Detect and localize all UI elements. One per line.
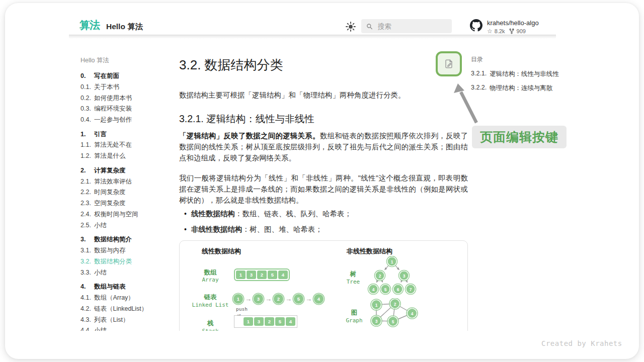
- sidebar-item[interactable]: 4.4.小结: [80, 327, 171, 331]
- sidebar-item[interactable]: 4.3.列表（List）: [80, 317, 171, 324]
- sidebar-item[interactable]: 0.2.如何使用本书: [80, 95, 171, 102]
- array-cell: 5: [268, 270, 277, 279]
- sidebar-item-number: 2.1.: [80, 178, 94, 186]
- graph-diagram: 12345: [363, 298, 419, 329]
- sidebar-item[interactable]: 1.2.算法是什么: [80, 153, 171, 160]
- sidebar-item-number: 3.1.: [80, 247, 94, 254]
- sidebar-item[interactable]: 0.4.一起参与创作: [80, 117, 171, 124]
- toc-item-number: 3.2.1.: [471, 70, 487, 78]
- search-input[interactable]: [377, 22, 447, 31]
- site-title: Hello 算法: [106, 22, 143, 32]
- sidebar-item[interactable]: 4.数组与链表: [80, 284, 171, 291]
- bullet-dot: •: [184, 225, 187, 234]
- sidebar-item[interactable]: 4.1.数组（Array）: [80, 295, 171, 302]
- sidebar-item-label: 数据与内存: [94, 247, 126, 254]
- sidebar-item[interactable]: 2.计算复杂度: [80, 167, 171, 174]
- list-node: 5: [293, 294, 304, 304]
- toc-item-label: 物理结构：连续与离散: [490, 84, 552, 93]
- section-heading: 3.2.1. 逻辑结构：线性与非线性: [179, 112, 314, 126]
- sidebar-item[interactable]: 2.4.权衡时间与空间: [80, 211, 171, 218]
- svg-text:1: 1: [391, 259, 393, 264]
- sidebar-title: Hello 算法: [80, 56, 171, 65]
- toc-item[interactable]: 3.2.1.逻辑结构：线性与非线性: [471, 70, 559, 78]
- list-node: 2: [273, 294, 284, 304]
- svg-text:2: 2: [379, 274, 381, 279]
- toc-item[interactable]: 3.2.2.物理结构：连续与离散: [471, 84, 559, 93]
- sidebar-item-number: 2.3.: [80, 200, 94, 207]
- sidebar-item[interactable]: 1.引言: [80, 131, 171, 138]
- sidebar-item-label: 写在前面: [94, 73, 119, 80]
- edit-page-icon: [443, 58, 454, 69]
- sidebar-item-number: 0.: [80, 73, 94, 80]
- sidebar-item-number: 0.4.: [80, 117, 94, 124]
- array-cell: 1: [236, 270, 246, 279]
- sidebar-item-label: 小结: [94, 222, 107, 229]
- svg-text:7: 7: [410, 287, 412, 292]
- sidebar-item-label: 数组与链表: [94, 284, 126, 291]
- sidebar-item[interactable]: 1.1.算法无处不在: [80, 142, 171, 149]
- sidebar-item-label: 算法是什么: [94, 153, 126, 160]
- figure-linear-title: 线性数据结构: [202, 247, 241, 256]
- sidebar-item[interactable]: 0.1.关于本书: [80, 84, 171, 91]
- list-arrow-icon: →: [305, 296, 312, 302]
- array-label: 数组: [188, 268, 233, 277]
- paragraph-1-lead: 「逻辑结构」反映了数据之间的逻辑关系。: [179, 132, 320, 140]
- sidebar-item-label: 引言: [94, 131, 107, 138]
- svg-text:6: 6: [397, 287, 399, 292]
- sidebar-item[interactable]: 3.2.数据结构分类: [80, 258, 171, 265]
- site-logo[interactable]: 算法: [79, 18, 100, 32]
- sidebar-item-number: 0.3.: [80, 106, 94, 113]
- tree-diagram: 1234567: [363, 256, 422, 296]
- list-arrow-icon: →: [265, 296, 272, 302]
- sidebar-item[interactable]: 0.写在前面: [80, 73, 171, 80]
- sidebar-item[interactable]: 2.2.时间复杂度: [80, 189, 171, 196]
- svg-text:5: 5: [384, 287, 387, 292]
- sidebar-item-number: 1.: [80, 131, 94, 138]
- github-repo-link[interactable]: krahets/hello-algo ☆ 8.2k 909: [470, 19, 539, 34]
- bullet-list: • 线性数据结构：数组、链表、栈、队列、哈希表； • 非线性数据结构：树、图、堆…: [184, 209, 468, 240]
- sidebar-item-label: 权衡时间与空间: [94, 211, 138, 218]
- pop-arrow-icon: ←: [235, 329, 241, 331]
- sidebar-item[interactable]: 4.2.链表（LinkedList）: [80, 306, 171, 313]
- sidebar-item[interactable]: 3.数据结构简介: [80, 236, 171, 243]
- array-cell: 4: [286, 317, 295, 326]
- sidebar-item[interactable]: 2.5.小结: [80, 222, 171, 229]
- sidebar-item-label: 一起参与创作: [94, 117, 132, 124]
- sidebar: Hello 算法 0.写在前面0.1.关于本书0.2.如何使用本书0.3.编程环…: [80, 56, 171, 331]
- sidebar-item[interactable]: 0.3.编程环境安装: [80, 106, 171, 113]
- sidebar-item[interactable]: 3.3.小结: [80, 269, 171, 277]
- theme-toggle-icon[interactable]: [346, 22, 356, 32]
- sidebar-item[interactable]: 2.3.空间复杂度: [80, 200, 171, 207]
- array-cell: 1: [244, 317, 253, 326]
- svg-text:5: 5: [392, 319, 394, 324]
- stack-sublabel: Stack: [188, 328, 233, 331]
- bullet-dot: •: [184, 209, 187, 219]
- edit-page-button[interactable]: [436, 51, 462, 76]
- sidebar-item-label: 数据结构简介: [94, 236, 132, 243]
- svg-text:3: 3: [403, 274, 406, 279]
- sidebar-item-number: 4.2.: [80, 306, 94, 313]
- linked-list-label: 链表: [188, 293, 233, 302]
- site-viewport: 算法 Hello 算法 krahets/hello-algo ☆ 8.2k: [0, 0, 644, 331]
- bullet-desc: ：树、图、堆、哈希表；: [242, 225, 323, 233]
- repo-stats: ☆ 8.2k 909: [487, 28, 539, 34]
- sidebar-item[interactable]: 3.1.数据与内存: [80, 247, 171, 254]
- svg-text:4: 4: [411, 311, 414, 316]
- list-node: 4: [313, 294, 324, 304]
- page-title: 3.2. 数据结构分类: [179, 56, 283, 74]
- sidebar-item-label: 编程环境安装: [94, 106, 132, 113]
- sidebar-item[interactable]: 2.1.算法效率评估: [80, 178, 171, 186]
- array-cell: 3: [247, 270, 256, 279]
- paragraph-1: 「逻辑结构」反映了数据之间的逻辑关系。数组和链表的数据按照顺序依次排列，反映了数…: [179, 130, 468, 163]
- sidebar-item-number: 4.3.: [80, 317, 94, 324]
- watermark: Created by Krahets: [541, 339, 622, 347]
- toc-title: 目录: [471, 55, 559, 64]
- linked-list-sublabel: Linked List: [188, 302, 233, 308]
- sidebar-item-number: 0.1.: [80, 84, 94, 91]
- repo-name: krahets/hello-algo: [487, 19, 539, 27]
- sidebar-item-label: 列表（List）: [94, 317, 129, 324]
- sidebar-item-number: 4.: [80, 284, 94, 291]
- sidebar-nav: 0.写在前面0.1.关于本书0.2.如何使用本书0.3.编程环境安装0.4.一起…: [80, 73, 171, 331]
- list-node: 1: [233, 294, 244, 304]
- sidebar-item-number: 2.5.: [80, 222, 94, 229]
